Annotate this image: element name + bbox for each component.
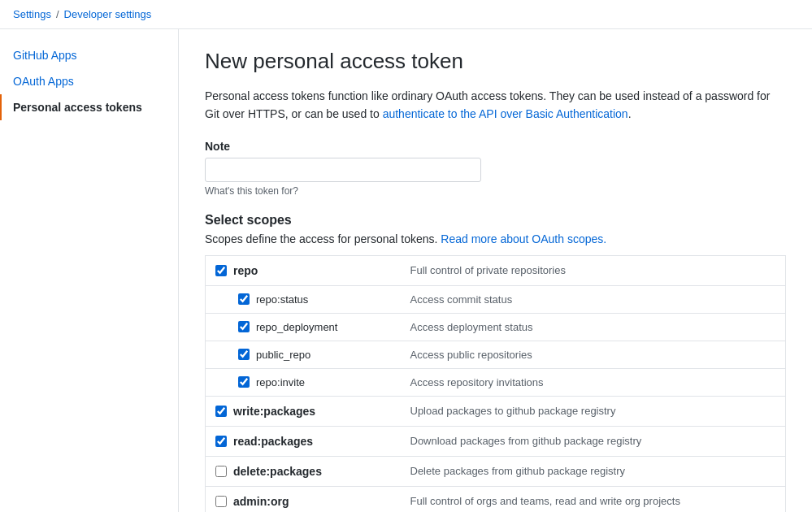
sidebar-item-personal-access-tokens[interactable]: Personal access tokens — [0, 94, 178, 120]
scopes-title: Select scopes — [205, 213, 786, 228]
breadcrumb-separator: / — [56, 8, 59, 20]
scope-checkbox-repo-invite[interactable] — [238, 376, 250, 388]
layout: GitHub Apps OAuth Apps Personal access t… — [0, 29, 812, 512]
scope-sub-cell-repo-deployment: repo_deployment — [206, 315, 401, 339]
scope-desc-write-packages: Upload packages to github package regist… — [401, 396, 786, 426]
scope-desc-read-packages: Download packages from github package re… — [401, 426, 786, 456]
scope-name-write-packages: write:packages — [233, 405, 315, 418]
table-row: delete:packages Delete packages from git… — [206, 456, 786, 486]
scope-name-public-repo: public_repo — [256, 349, 310, 361]
scope-desc-repo-status: Access commit status — [401, 285, 786, 313]
scope-desc-repo-deployment: Access deployment status — [401, 313, 786, 341]
table-row: public_repo Access public repositories — [206, 341, 786, 368]
description-suffix: . — [628, 107, 632, 120]
table-row: read:packages Download packages from git… — [206, 426, 786, 456]
scope-desc-delete-packages: Delete packages from github package regi… — [401, 456, 786, 486]
scope-name-repo: repo — [233, 264, 258, 277]
scopes-desc: Scopes define the access for personal to… — [205, 232, 786, 245]
scope-name-repo-deployment: repo_deployment — [256, 321, 337, 333]
scope-sub-cell-public-repo: public_repo — [206, 343, 401, 367]
scope-desc-repo: Full control of private repositories — [401, 255, 786, 285]
scopes-table: repo Full control of private repositorie… — [205, 255, 786, 512]
scope-desc-repo-invite: Access repository invitations — [401, 368, 786, 396]
note-input[interactable] — [205, 158, 481, 182]
note-form-group: Note What's this token for? — [205, 140, 786, 197]
table-row: repo_deployment Access deployment status — [206, 313, 786, 341]
description: Personal access tokens function like ord… — [205, 87, 786, 124]
table-row: write:packages Upload packages to github… — [206, 396, 786, 426]
scope-name-repo-status: repo:status — [256, 293, 308, 306]
scope-name-delete-packages: delete:packages — [233, 465, 322, 478]
breadcrumb-settings-link[interactable]: Settings — [13, 8, 51, 20]
scope-name-admin-org: admin:org — [233, 495, 289, 508]
sidebar-item-oauth-apps[interactable]: OAuth Apps — [0, 68, 178, 94]
note-hint: What's this token for? — [205, 185, 786, 197]
breadcrumb-developer-settings-link[interactable]: Developer settings — [64, 8, 152, 20]
scope-checkbox-public-repo[interactable] — [238, 349, 250, 360]
scope-main-cell-delete-packages: delete:packages — [206, 457, 401, 486]
scope-name-repo-invite: repo:invite — [256, 376, 305, 388]
scope-main-cell-read-packages: read:packages — [206, 427, 401, 456]
scopes-link[interactable]: Read more about OAuth scopes. — [441, 232, 606, 245]
scope-checkbox-delete-packages[interactable] — [215, 466, 227, 477]
scope-sub-cell-repo-status: repo:status — [206, 288, 401, 311]
scope-checkbox-admin-org[interactable] — [215, 496, 227, 507]
main-content: New personal access token Personal acces… — [179, 29, 812, 512]
breadcrumb: Settings / Developer settings — [0, 0, 812, 29]
scope-main-cell-repo: repo — [206, 256, 401, 285]
description-link[interactable]: authenticate to the API over Basic Authe… — [383, 107, 628, 120]
scope-desc-admin-org: Full control of orgs and teams, read and… — [401, 486, 786, 512]
scope-checkbox-repo-status[interactable] — [238, 293, 250, 305]
scope-desc-public-repo: Access public repositories — [401, 341, 786, 368]
scope-main-cell-write-packages: write:packages — [206, 397, 401, 426]
scope-checkbox-repo[interactable] — [215, 265, 227, 276]
scope-name-read-packages: read:packages — [233, 435, 313, 448]
scope-checkbox-write-packages[interactable] — [215, 406, 227, 417]
scopes-section: Select scopes Scopes define the access f… — [205, 213, 786, 512]
scope-main-cell-admin-org: admin:org — [206, 487, 401, 512]
scope-checkbox-read-packages[interactable] — [215, 436, 227, 447]
note-label: Note — [205, 140, 786, 153]
scope-checkbox-repo-deployment[interactable] — [238, 321, 250, 332]
page-title: New personal access token — [205, 49, 786, 74]
scopes-desc-prefix: Scopes define the access for personal to… — [205, 232, 441, 245]
scope-sub-cell-repo-invite: repo:invite — [206, 371, 401, 394]
table-row: repo Full control of private repositorie… — [206, 255, 786, 285]
table-row: repo:invite Access repository invitation… — [206, 368, 786, 396]
table-row: repo:status Access commit status — [206, 285, 786, 313]
sidebar: GitHub Apps OAuth Apps Personal access t… — [0, 29, 179, 512]
sidebar-item-github-apps[interactable]: GitHub Apps — [0, 42, 178, 68]
table-row: admin:org Full control of orgs and teams… — [206, 486, 786, 512]
